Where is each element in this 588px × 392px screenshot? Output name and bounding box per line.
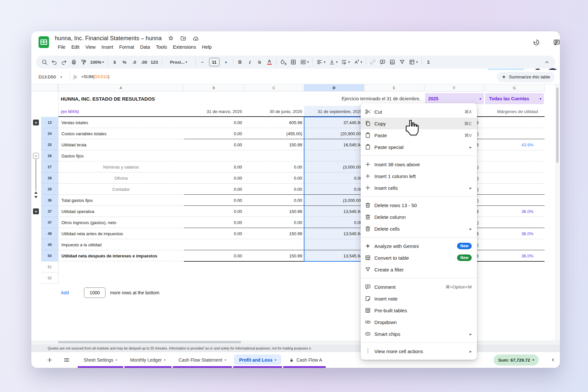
cell-G25-margin[interactable]: 43.9% <box>484 139 535 150</box>
vertical-scrollbar[interactable] <box>555 84 559 340</box>
strikethrough-button[interactable]: S <box>255 57 264 67</box>
row-header-50[interactable]: 50 <box>41 250 58 261</box>
vertical-scrollbar-thumb[interactable] <box>556 88 559 163</box>
more-formats-button[interactable]: 123 <box>149 57 159 67</box>
table-views-button[interactable]: ▾ <box>407 57 419 67</box>
menu-format[interactable]: Format <box>116 44 137 50</box>
cell-B27[interactable]: 0.00 <box>184 161 244 172</box>
sheets-logo-icon[interactable] <box>37 36 50 49</box>
cell-D48[interactable]: 13,545.94 <box>304 228 364 239</box>
print-button[interactable] <box>69 57 78 67</box>
text-wrap-button[interactable]: ▾ <box>339 57 351 67</box>
cell-A2-currency-note[interactable]: (en MXN) <box>61 106 126 117</box>
menu-view[interactable]: View <box>82 44 98 50</box>
cell-B28[interactable]: 0.00 <box>184 172 244 184</box>
borders-button[interactable] <box>289 57 298 67</box>
tab-menu-icon[interactable]: ▾ <box>224 358 226 362</box>
row-header-48[interactable]: 48 <box>41 228 58 239</box>
column-header-E[interactable]: E <box>364 84 424 91</box>
cell-B29[interactable]: 0.00 <box>184 184 244 195</box>
zoom-select-dropdown-icon[interactable]: ▾ <box>103 60 104 64</box>
zoom-select[interactable]: 100%▾ <box>89 57 105 67</box>
row-header-47[interactable]: 47 <box>41 217 58 228</box>
cell-B48[interactable]: 0.00 <box>184 228 244 239</box>
search-icon[interactable] <box>40 57 49 67</box>
functions-button[interactable]: Σ <box>424 57 433 67</box>
cell-D47[interactable]: 0.00 <box>304 217 364 228</box>
increase-font-size-button[interactable]: + <box>221 57 231 67</box>
cell-A1-title[interactable]: HUNNA, INC. ESTADO DE RESULTADOS <box>61 91 263 106</box>
row-header-36[interactable]: 36 <box>41 195 58 206</box>
menu-item-cut[interactable]: Cut⌘X <box>361 106 477 118</box>
horizontal-align-button[interactable]: ▾ <box>315 57 327 67</box>
cell-D50[interactable]: 13,545.94 <box>304 250 364 261</box>
horizontal-scrollbar[interactable] <box>31 340 560 344</box>
cell-G37-margin[interactable]: 36.0% <box>484 206 535 217</box>
row-header-25[interactable]: 25 <box>41 139 58 150</box>
column-header-A[interactable]: A <box>58 84 184 91</box>
cell-C48[interactable]: 150.99 <box>244 228 304 239</box>
cell-A36[interactable]: Total gastos fijos <box>58 195 184 206</box>
cell-C13[interactable]: 605.99 <box>244 117 304 128</box>
row-header-29[interactable]: 29 <box>41 184 58 195</box>
document-title[interactable]: hunna, Inc. Financial Statements – hunna <box>55 35 162 42</box>
formula-input[interactable]: =SUM(D3:D12) <box>81 74 109 79</box>
row-header-52[interactable]: 52 <box>41 272 58 284</box>
sum-dropdown-icon[interactable]: ▾ <box>533 358 534 362</box>
spreadsheet-grid[interactable]: ABCDEFGHUNNA, INC. ESTADO DE RESULTADOSE… <box>31 84 560 340</box>
cell-C25[interactable]: 150.99 <box>244 139 304 150</box>
cell-C36[interactable]: 0.00 <box>244 195 304 206</box>
row-header-24[interactable]: 24 <box>41 128 58 139</box>
all-sheets-button[interactable] <box>61 355 72 365</box>
name-box[interactable]: D13:D50▾ <box>31 74 67 79</box>
tab-menu-icon[interactable]: ▾ <box>275 358 276 362</box>
cell-G48-margin[interactable]: 36.0% <box>484 228 535 239</box>
redo-button[interactable] <box>59 57 69 67</box>
menu-item-smart-chips[interactable]: Smart chips▸ <box>361 328 477 340</box>
cell-D13[interactable]: 37,445.94 <box>304 117 364 128</box>
accounts-dropdown-chip[interactable]: Todas las Cuentas▾ <box>485 93 544 104</box>
text-color-button[interactable]: A <box>265 57 274 67</box>
cell-D36[interactable]: (3,000.00) <box>304 195 364 206</box>
comment-history-icon[interactable] <box>550 36 560 49</box>
cell-C37[interactable]: 150.99 <box>244 206 304 217</box>
row-header-26[interactable]: 26 <box>41 150 58 161</box>
cell-B13[interactable]: 0.00 <box>184 117 244 128</box>
cell-C29[interactable]: 0.00 <box>244 184 304 195</box>
move-folder-icon[interactable] <box>180 35 187 41</box>
cell-B47[interactable]: 0.00 <box>184 217 244 228</box>
column-header-D[interactable]: D <box>304 84 364 91</box>
text-rotation-button-dropdown-icon[interactable]: ▾ <box>361 60 362 64</box>
version-history-icon[interactable] <box>530 36 543 49</box>
column-header-B[interactable]: B <box>184 84 244 91</box>
cell-C24[interactable]: (455.00) <box>244 128 304 139</box>
menu-help[interactable]: Help <box>199 44 215 50</box>
cell-B24[interactable]: 0.00 <box>184 128 244 139</box>
row-header-49[interactable]: 49 <box>41 239 58 250</box>
menu-item-convert-to-table[interactable]: Convert to tableNew <box>361 252 477 264</box>
menu-item-insert-1-column-left[interactable]: Insert 1 column left <box>361 170 477 182</box>
sum-chip[interactable]: Sum: 67,729.72▾ <box>494 354 539 366</box>
font-select[interactable]: Proxi...▾ <box>164 57 193 67</box>
horizontal-align-button-dropdown-icon[interactable]: ▾ <box>324 60 325 64</box>
paint-format-button[interactable] <box>79 57 88 67</box>
cell-C47[interactable]: 0.00 <box>244 217 304 228</box>
cell-B25[interactable]: 0.00 <box>184 139 244 150</box>
expand-group-rows-38-46[interactable]: + <box>33 208 39 214</box>
decrease-decimals-button[interactable]: .0 <box>130 57 139 67</box>
menu-tools[interactable]: Tools <box>153 44 170 50</box>
cell-A24[interactable]: Costos variables totales <box>58 128 184 139</box>
cell-D2-date[interactable]: 31 de septiembre, 2025 <box>304 106 364 117</box>
column-header-G[interactable]: G <box>484 84 545 91</box>
expand-group-rows-14-23[interactable]: + <box>33 120 39 125</box>
cell-A47[interactable]: Otros ingresos (gastos), neto <box>58 217 184 228</box>
menu-item-view-more-cell-actions[interactable]: ⋮View more cell actions▸ <box>361 345 477 357</box>
tab-monthly-ledger[interactable]: Monthly Ledger▾ <box>124 352 172 368</box>
row-header-13[interactable]: 13 <box>41 117 58 128</box>
percent-format-button[interactable]: % <box>120 57 129 67</box>
cell-C28[interactable]: 0.00 <box>244 172 304 184</box>
cloud-status-icon[interactable] <box>192 35 199 42</box>
horizontal-scrollbar-thumb[interactable] <box>58 341 241 343</box>
menu-item-insert-cells[interactable]: Insert cells▸ <box>361 182 477 194</box>
column-header-F[interactable]: F <box>424 84 484 91</box>
